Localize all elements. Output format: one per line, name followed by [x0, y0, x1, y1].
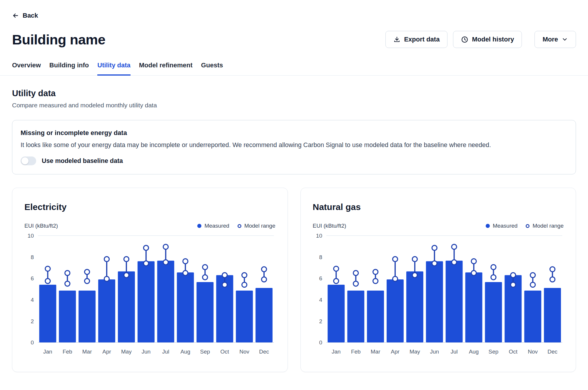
model-range-endpoint — [412, 273, 417, 278]
y-tick-label: 4 — [31, 297, 34, 303]
x-tick-label: Mar — [82, 349, 92, 355]
alert-body: It looks like some of your energy data m… — [21, 141, 567, 149]
tab-model-refinement[interactable]: Model refinement — [139, 61, 193, 76]
model-range-endpoint — [143, 261, 148, 266]
model-range-endpoint — [104, 256, 109, 261]
model-range-endpoint — [203, 265, 208, 270]
tab-overview[interactable]: Overview — [12, 61, 41, 76]
measured-bar — [196, 282, 213, 342]
x-tick-label: May — [409, 349, 420, 355]
arrow-left-icon — [12, 12, 19, 19]
natural-gas-chart: 0246810JanFebMarAprMayJunJulAugSepOctNov… — [313, 231, 564, 364]
natural-gas-y-axis-label: EUI (kBtu/ft2) — [313, 223, 346, 229]
measured-dot-icon — [197, 224, 201, 228]
y-tick-label: 6 — [319, 275, 322, 281]
model-range-endpoint — [550, 267, 555, 272]
measured-bar — [157, 261, 174, 342]
natural-gas-chart-title: Natural gas — [313, 202, 564, 212]
model-range-endpoint — [392, 256, 397, 261]
model-range-endpoint — [373, 279, 378, 284]
x-tick-label: Oct — [509, 349, 517, 355]
x-tick-label: Oct — [220, 349, 229, 355]
legend-model-range-label: Model range — [532, 223, 564, 229]
alert-title: Missing or incomplete energy data — [21, 129, 567, 137]
x-tick-label: May — [121, 349, 132, 355]
toggle-knob — [21, 157, 29, 164]
x-tick-label: Apr — [102, 349, 111, 355]
section-subtitle: Compare measured and modeled monthly uti… — [12, 102, 576, 109]
page: Back Building name Export data Model his… — [0, 0, 588, 372]
model-range-endpoint — [452, 260, 457, 265]
measured-bar — [138, 261, 155, 342]
measured-dot-icon — [486, 224, 490, 228]
measured-bar — [544, 288, 561, 342]
model-range-endpoint — [353, 281, 358, 286]
model-range-endpoint — [163, 260, 168, 265]
tab-utility-data[interactable]: Utility data — [97, 61, 130, 76]
model-range-endpoint — [510, 282, 515, 287]
tab-building-info[interactable]: Building info — [49, 61, 89, 76]
x-tick-label: Jun — [430, 349, 439, 355]
legend-item-model-range: Model range — [238, 223, 275, 229]
measured-bar — [78, 291, 96, 342]
tab-guests[interactable]: Guests — [201, 61, 223, 76]
model-range-endpoint — [104, 276, 109, 281]
back-button[interactable]: Back — [12, 12, 38, 19]
natural-gas-chart-header: EUI (kBtu/ft2) Measured Model range — [313, 223, 564, 229]
model-range-endpoint — [510, 273, 515, 278]
legend-measured-label: Measured — [493, 223, 518, 229]
model-range-endpoint — [45, 279, 50, 284]
model-range-endpoint — [530, 282, 535, 287]
model-range-endpoint — [222, 273, 227, 278]
model-range-ring-icon — [526, 224, 529, 228]
y-tick-label: 0 — [31, 339, 34, 346]
electricity-legend: Measured Model range — [197, 223, 275, 229]
model-range-endpoint — [530, 273, 535, 278]
model-range-ring-icon — [238, 224, 241, 228]
x-tick-label: Sep — [488, 349, 498, 355]
x-tick-label: Dec — [259, 349, 269, 355]
x-tick-label: Mar — [370, 349, 380, 355]
clock-icon — [461, 36, 468, 43]
model-range-endpoint — [183, 271, 188, 276]
x-tick-label: Feb — [351, 349, 360, 355]
x-tick-label: Feb — [63, 349, 72, 355]
x-tick-label: Jul — [162, 349, 169, 355]
x-tick-label: Nov — [239, 349, 249, 355]
more-button[interactable]: More — [534, 31, 576, 48]
model-range-endpoint — [373, 269, 378, 274]
legend-item-measured: Measured — [486, 223, 518, 229]
measured-bar — [236, 291, 253, 342]
back-row: Back — [0, 0, 588, 20]
x-tick-label: Jun — [141, 349, 151, 355]
chevron-down-icon — [562, 36, 568, 43]
model-range-endpoint — [65, 271, 70, 276]
model-range-endpoint — [85, 279, 90, 284]
model-range-endpoint — [163, 244, 168, 249]
x-tick-label: Jan — [332, 349, 341, 355]
model-range-endpoint — [392, 276, 397, 281]
model-range-endpoint — [471, 259, 476, 264]
model-range-endpoint — [491, 275, 496, 280]
back-label: Back — [23, 12, 38, 19]
natural-gas-legend: Measured Model range — [486, 223, 564, 229]
legend-measured-label: Measured — [204, 223, 229, 229]
measured-bar — [98, 279, 115, 342]
y-tick-label: 6 — [31, 275, 34, 281]
x-tick-label: Apr — [391, 349, 400, 355]
legend-item-model-range: Model range — [526, 223, 564, 229]
measured-bar — [445, 261, 462, 342]
download-icon — [393, 36, 400, 43]
export-data-button[interactable]: Export data — [385, 31, 447, 48]
model-history-button[interactable]: Model history — [453, 31, 522, 48]
modeled-baseline-toggle[interactable] — [21, 156, 36, 165]
x-tick-label: Nov — [528, 349, 538, 355]
more-label: More — [542, 36, 558, 43]
toggle-row: Use modeled baseline data — [21, 156, 567, 165]
x-tick-label: Aug — [469, 349, 479, 355]
y-tick-label: 10 — [316, 233, 322, 239]
y-tick-label: 2 — [31, 318, 34, 324]
model-range-endpoint — [432, 261, 437, 266]
model-range-endpoint — [550, 277, 555, 282]
electricity-chart: 0246810JanFebMarAprMayJunJulAugSepOctNov… — [24, 231, 275, 364]
